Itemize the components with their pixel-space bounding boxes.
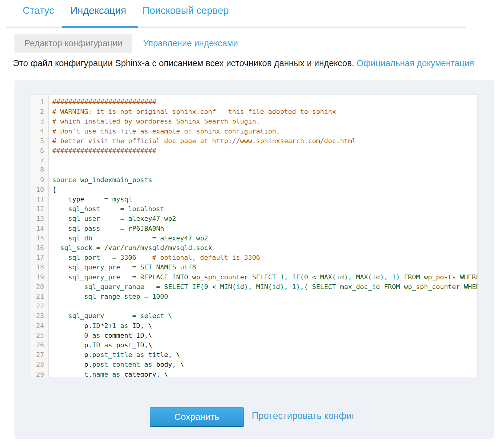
code-token: post_content as <box>92 361 152 368</box>
code-line[interactable]: sql_user = alexey47_wp2 <box>52 214 477 224</box>
line-number: 26 <box>30 340 48 350</box>
code-line[interactable]: ########################## <box>52 97 477 107</box>
code-line[interactable]: sql_query_pre = SET NAMES utf8 <box>52 262 477 272</box>
code-token: sql_query_pre = REPLACE INTO wp_sph_coun… <box>52 273 477 281</box>
code-token: sql_query_pre = SET NAMES utf8 <box>52 263 196 271</box>
line-number: 13 <box>30 214 48 224</box>
code-line[interactable]: sql_host = localhost <box>52 204 477 214</box>
code-token: sql_user = alexey47_wp2 <box>52 215 176 222</box>
line-number: 27 <box>30 350 48 360</box>
config-editor[interactable]: 1234567891011121314151617181920212223242… <box>30 95 478 377</box>
sub-tabs: Редактор конфигурации Управление индекса… <box>14 34 238 53</box>
code-line[interactable]: p.post_title as title, \ <box>52 350 477 360</box>
code-token: # Don't use this file as example of sphi… <box>52 127 280 135</box>
code-token: comment_ID,\ <box>100 332 152 339</box>
line-number: 8 <box>30 165 48 175</box>
code-line[interactable]: p.post_content as body, \ <box>52 360 477 369</box>
subtab-config-editor[interactable]: Редактор конфигурации <box>14 34 132 53</box>
line-number: 12 <box>30 204 48 214</box>
code-token: sql_host = localhost <box>52 205 164 213</box>
code-token: mysql <box>112 195 132 203</box>
editor-gutter: 1234567891011121314151617181920212223242… <box>30 95 49 377</box>
line-number: 18 <box>30 262 48 272</box>
code-line[interactable]: sql_sock = /var/run/mysqld/mysqld.sock <box>52 243 477 253</box>
code-token: 0 as <box>84 332 100 339</box>
code-line[interactable]: # WARNING: it is not original sphinx.con… <box>52 107 477 117</box>
code-line[interactable] <box>52 301 477 311</box>
code-line[interactable]: source wp_indexmain_posts <box>52 175 477 185</box>
code-token: title, \ <box>144 351 180 359</box>
description: Это файл конфигурации Sphinx-а с описани… <box>13 58 474 68</box>
code-token: sql_query = select \ <box>52 312 172 320</box>
save-button[interactable]: Сохранить <box>150 407 244 427</box>
code-token: t. <box>52 371 92 377</box>
code-token: sql_sock = /var/run/mysqld/mysqld.sock <box>52 244 212 252</box>
line-number: 17 <box>30 253 48 262</box>
code-token: ID, \ <box>128 322 152 330</box>
line-number: 5 <box>30 136 48 146</box>
code-token: sql_pass = rP6JBA0Nh <box>52 225 164 232</box>
code-token: 1 as <box>112 322 128 330</box>
code-line[interactable]: 0 as comment_ID,\ <box>52 331 477 340</box>
code-token: # optional, default is 3306 <box>136 254 260 261</box>
line-number: 15 <box>30 233 48 243</box>
code-line[interactable]: sql_query = select \ <box>52 311 477 321</box>
code-line[interactable]: # Don't use this file as example of sphi… <box>52 127 477 136</box>
code-token: ID <box>92 322 100 330</box>
code-token: p. <box>52 341 92 349</box>
code-token: post_title as <box>92 351 144 359</box>
code-token: sql_port = 3306 <box>52 254 136 261</box>
main-tabs: Статус Индексация Поисковый сервер <box>23 5 229 16</box>
code-line[interactable] <box>52 165 477 175</box>
code-line[interactable]: sql_port = 3306 # optional, default is 3… <box>52 253 477 262</box>
subtab-index-management[interactable]: Управление индексами <box>143 38 238 48</box>
code-line[interactable] <box>52 156 477 165</box>
tab-search-server[interactable]: Поисковый сервер <box>142 5 229 16</box>
line-number: 16 <box>30 243 48 253</box>
line-number: 24 <box>30 321 48 331</box>
code-token: name as <box>92 371 120 377</box>
code-token: sql_db = alexey47_wp2 <box>52 234 208 242</box>
line-number: 10 <box>30 185 48 195</box>
code-line[interactable]: # which installed by wordpress Sphinx Se… <box>52 117 477 126</box>
tab-status[interactable]: Статус <box>23 5 54 16</box>
code-token: wp_indexmain_posts <box>76 176 152 184</box>
code-line[interactable]: { <box>52 185 477 195</box>
code-token: { <box>52 186 56 193</box>
line-number: 7 <box>30 156 48 165</box>
code-line[interactable]: sql_pass = rP6JBA0Nh <box>52 224 477 233</box>
code-line[interactable]: sql_query_pre = REPLACE INTO wp_sph_coun… <box>52 272 477 282</box>
line-number: 2 <box>30 107 48 117</box>
line-number: 3 <box>30 117 48 126</box>
documentation-link[interactable]: Официальная документация <box>357 58 474 68</box>
code-line[interactable]: sql_query_range = SELECT IF(0 < MIN(id),… <box>52 282 477 292</box>
code-line[interactable]: t.name as category, \ <box>52 370 477 377</box>
code-token: # better visit the official doc page at … <box>52 137 356 145</box>
tab-indexing[interactable]: Индексация <box>70 5 126 16</box>
code-line[interactable]: p.ID*2+1 as ID, \ <box>52 321 477 331</box>
test-config-link[interactable]: Протестировать конфиг <box>252 410 355 421</box>
line-number: 29 <box>30 370 48 377</box>
line-number: 22 <box>30 301 48 311</box>
code-token: sql_query_range = SELECT IF(0 < MIN(id),… <box>52 283 477 291</box>
code-token: p. <box>52 322 92 330</box>
code-line[interactable]: # better visit the official doc page at … <box>52 136 477 146</box>
editor-code[interactable]: ########################### WARNING: it … <box>49 95 477 377</box>
line-number: 4 <box>30 127 48 136</box>
code-line[interactable]: p.ID as post_ID,\ <box>52 340 477 350</box>
line-number: 23 <box>30 311 48 321</box>
active-tab-indicator <box>62 26 138 28</box>
line-number: 28 <box>30 360 48 369</box>
code-token: ID as <box>92 341 112 349</box>
code-token: category, \ <box>120 371 168 377</box>
code-token: p. <box>52 351 92 359</box>
code-token: ########################## <box>52 98 156 106</box>
code-line[interactable]: sql_range_step = 1000 <box>52 292 477 301</box>
config-panel: 1234567891011121314151617181920212223242… <box>14 80 494 439</box>
code-line[interactable]: sql_db = alexey47_wp2 <box>52 233 477 243</box>
line-number: 21 <box>30 292 48 301</box>
code-line[interactable]: ########################## <box>52 146 477 156</box>
line-number: 25 <box>30 331 48 340</box>
code-token: *2+ <box>100 322 112 330</box>
code-line[interactable]: type = mysql <box>52 195 477 204</box>
